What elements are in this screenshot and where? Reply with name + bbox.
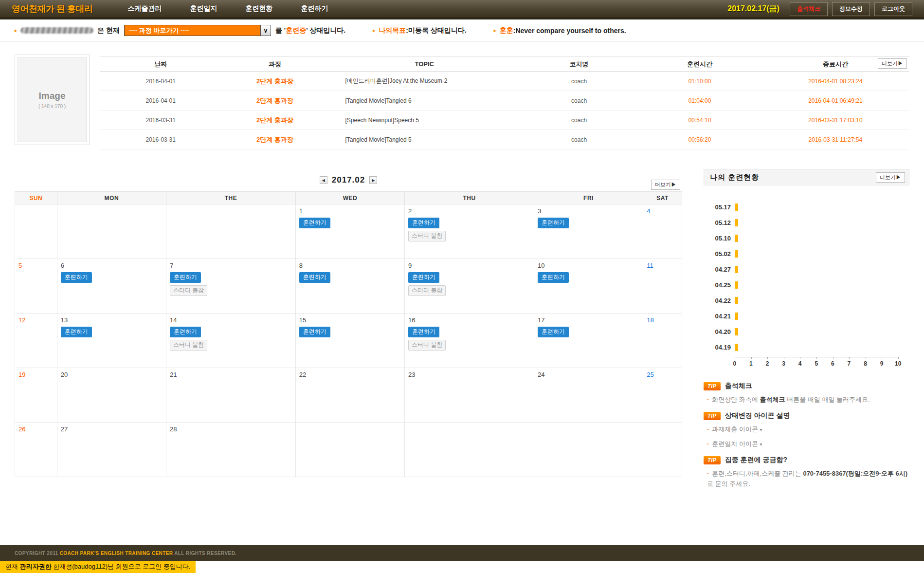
site-logo[interactable]: 영어천재가 된 홍대리: [12, 3, 93, 15]
calendar-day-cell: 14훈련하기스터디 불참: [166, 314, 295, 368]
weekday-header-row: SUNMONTHEWEDTHUFRISAT: [15, 192, 682, 204]
cell-coach: coach: [520, 91, 638, 111]
calendar-day-cell: 21: [166, 368, 295, 423]
nav-item[interactable]: 훈련현황: [246, 4, 273, 13]
calendar-empty-cell: [643, 423, 682, 477]
calendar-more-button[interactable]: 더보기▶: [651, 180, 680, 190]
history-more-button[interactable]: 더보기▶: [878, 58, 907, 69]
calendar-week-row: 1213훈련하기14훈련하기스터디 불참15훈련하기16훈련하기스터디 불참17…: [15, 314, 682, 368]
nav-item[interactable]: 훈련일지: [190, 4, 217, 13]
photo-placeholder-size: ( 140 x 170 ): [38, 104, 66, 109]
cell-date: 2016-04-01: [100, 91, 221, 111]
day-number: 10: [538, 262, 643, 269]
footer: COPYRIGHT 2011 COACH PARK'S ENGLISH TRAI…: [0, 545, 924, 561]
nav-item[interactable]: 훈련하기: [301, 4, 328, 13]
nav-item[interactable]: 스케줄관리: [128, 4, 162, 13]
day-number: 27: [61, 425, 166, 433]
train-button[interactable]: 훈련하기: [61, 327, 92, 337]
train-button[interactable]: 훈련하기: [538, 327, 569, 337]
calendar-day-cell: 12: [15, 314, 57, 368]
study-absent-button[interactable]: 스터디 불참: [408, 231, 446, 241]
column-header: 훈련시간: [638, 57, 761, 72]
name-suffix: 은 현재: [97, 26, 120, 35]
cell-date: 2016-04-01: [100, 72, 221, 91]
train-button[interactable]: 훈련하기: [61, 272, 92, 283]
tip-line: ·훈련,스터디,까페,스케줄 관리는 070-7455-8367(평일:오전9-…: [704, 469, 909, 488]
calendar-day-cell: 5: [15, 259, 57, 314]
cell-duration: 01:04:00: [638, 91, 761, 111]
motto-label: 훈훈: [500, 26, 513, 35]
train-button[interactable]: 훈련하기: [299, 327, 330, 337]
edit-info-button[interactable]: 정보수정: [832, 2, 870, 16]
weekday-header: THU: [405, 192, 534, 204]
logout-button[interactable]: 로그아웃: [874, 2, 912, 16]
table-row: 2016-04-012단계 홍과장[메인드라마훈련]Joey At the Mu…: [100, 72, 909, 91]
day-number: 22: [299, 371, 404, 378]
column-header: 날짜: [100, 57, 221, 72]
study-absent-button[interactable]: 스터디 불참: [408, 340, 446, 351]
status-sentence: 를 '훈련중' 상태입니다.: [275, 26, 345, 35]
study-absent-button[interactable]: 스터디 불참: [408, 285, 446, 296]
cell-topic: [Tangled Movie]Tangled 5: [328, 130, 520, 149]
calendar-empty-cell: [15, 204, 57, 259]
copyright-text: COPYRIGHT 2011 COACH PARK'S ENGLISH TRAI…: [15, 551, 236, 556]
calendar-day-cell: 4: [643, 204, 682, 259]
chart-x-tick: 7: [841, 360, 857, 367]
train-button[interactable]: 훈련하기: [299, 272, 330, 283]
training-history-section: Image ( 140 x 170 ) 더보기▶ 날짜과정TOPIC코치명훈련시…: [15, 55, 909, 149]
study-absent-button[interactable]: 스터디 불참: [170, 285, 207, 296]
bullet-dot-icon: ·: [707, 425, 709, 433]
calendar-empty-cell: [57, 204, 166, 259]
tip-section: TIP출석체크·화면상단 좌측에 출석체크 버튼을 매일 매일 눌러주세요.: [704, 382, 909, 405]
tip-title: 상태변경 아이콘 설명: [725, 411, 790, 420]
calendar-section: ◀ 2017.02 ▶ 더보기▶ SUNMONTHEWEDTHUFRISAT 1…: [15, 169, 682, 496]
goal-status: ▸ 나의목표 : 미등록 상태입니다.: [373, 26, 466, 35]
train-button[interactable]: 훈련하기: [170, 327, 201, 337]
calendar-grid: SUNMONTHEWEDTHUFRISAT 1훈련하기2훈련하기스터디 불참3훈…: [15, 191, 682, 477]
cell-topic: [메인드라마훈련]Joey At the Museum-2: [328, 72, 520, 91]
cell-duration: 00:56:20: [638, 130, 761, 149]
chart-bar: [735, 328, 738, 335]
train-button[interactable]: 훈련하기: [299, 218, 330, 228]
train-button[interactable]: 훈련하기: [538, 218, 569, 228]
column-header: 과정: [221, 57, 328, 72]
study-absent-button[interactable]: 스터디 불참: [170, 340, 207, 351]
top-right: 2017.02.17(금) 출석체크 정보수정 로그아웃: [727, 2, 912, 16]
train-button[interactable]: 훈련하기: [408, 327, 439, 337]
chart-x-tick-labels: 012345678910: [726, 360, 906, 367]
calendar-empty-cell: [534, 423, 643, 477]
train-button[interactable]: 훈련하기: [408, 272, 439, 283]
attendance-check-button[interactable]: 출석체크: [790, 2, 828, 16]
chart-x-tick: 3: [776, 360, 792, 367]
calendar-day-cell: 25: [643, 368, 682, 423]
chart-x-axis: [735, 357, 899, 359]
tip-badge: TIP: [704, 412, 721, 420]
calendar-day-cell: 11: [643, 259, 682, 314]
sidebar-more-button[interactable]: 더보기▶: [876, 172, 905, 183]
train-button[interactable]: 훈련하기: [408, 218, 439, 228]
train-button[interactable]: 훈련하기: [170, 272, 201, 283]
table-row: 2016-03-312단계 홍과장[Tangled Movie]Tangled …: [100, 130, 909, 149]
chart-row: 04.22: [704, 293, 909, 308]
day-number: 15: [299, 316, 404, 324]
day-number: 3: [538, 207, 643, 215]
train-button[interactable]: 훈련하기: [538, 272, 569, 283]
course-shortcut-dropdown[interactable]: ---- 과정 바로가기 ---- ∨: [124, 25, 271, 36]
arrow-marker-icon: ▸: [494, 28, 496, 33]
calendar-empty-cell: [295, 423, 404, 477]
chart-category-label: 05.12: [704, 219, 731, 226]
table-row: 2016-03-312단계 홍과장[Speech Newinput]Speech…: [100, 111, 909, 130]
day-number: 23: [408, 371, 534, 378]
calendar-day-cell: 17훈련하기: [534, 314, 643, 368]
calendar-prev-icon[interactable]: ◀: [320, 176, 327, 184]
day-number: 28: [170, 425, 295, 433]
weekday-header: FRI: [534, 192, 643, 204]
day-number: 19: [18, 371, 57, 378]
calendar-next-icon[interactable]: ▶: [369, 176, 377, 184]
chart-category-label: 05.17: [704, 203, 731, 211]
tip-header: TIP출석체크: [704, 382, 909, 390]
cell-duration: 01:10:00: [638, 72, 761, 91]
sidebar-header: 나의 훈련현황 더보기▶: [704, 169, 909, 185]
day-number: 1: [299, 207, 404, 215]
calendar-week-row: 262728: [15, 423, 682, 477]
